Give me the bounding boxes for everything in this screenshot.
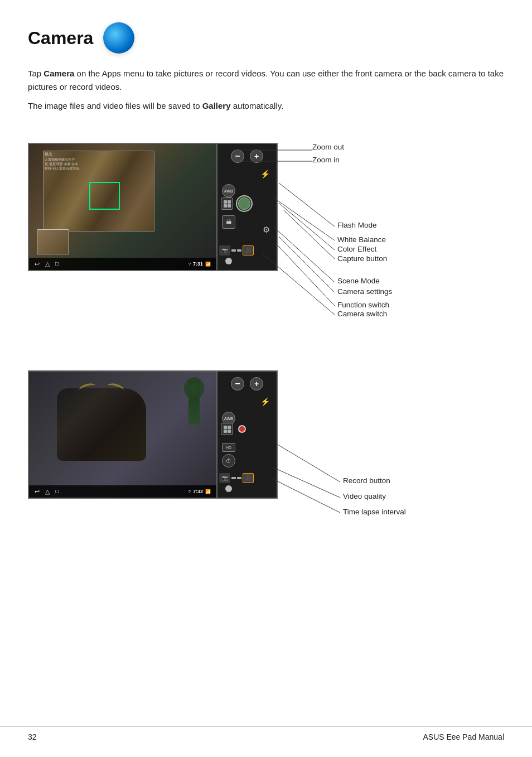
body-paragraph-2: The image files and video files will be … bbox=[28, 99, 504, 113]
time-lapse-icon[interactable]: ⏱ bbox=[222, 454, 235, 467]
camera-screenshot-1: 親念 人貴德幟擇藥品用户 見·過度·環普·刷新·去本 燈辨·到人眾益合環境高..… bbox=[28, 143, 217, 271]
svg-line-3 bbox=[273, 197, 335, 240]
fn-divider-1 bbox=[231, 249, 236, 252]
label-zoom-out: Zoom out bbox=[312, 143, 344, 151]
page-title: Camera bbox=[28, 28, 93, 49]
label-scene-mode: Scene Mode bbox=[337, 277, 380, 285]
diagram-1: 親念 人貴德幟擇藥品用户 見·過度·環普·刷新·去本 燈辨·到人眾益合環境高..… bbox=[28, 126, 507, 360]
svg-line-4 bbox=[279, 203, 335, 250]
svg-line-10 bbox=[278, 445, 340, 482]
page-number: 32 bbox=[28, 732, 37, 741]
fn-btn-active[interactable]: 🎥 bbox=[243, 245, 254, 255]
label-capture-button: Capture button bbox=[337, 254, 387, 263]
fn-divider-2 bbox=[237, 249, 241, 252]
label-camera-switch: Camera switch bbox=[337, 310, 387, 318]
zoom-out-button[interactable]: − bbox=[231, 150, 244, 163]
capture-button[interactable] bbox=[236, 195, 253, 212]
svg-line-6 bbox=[273, 226, 335, 282]
svg-line-7 bbox=[279, 237, 335, 292]
page-header: Camera bbox=[28, 22, 504, 54]
svg-line-12 bbox=[273, 479, 340, 513]
camera-switch-dot[interactable] bbox=[225, 258, 232, 264]
camera-time-1: 7:31 bbox=[193, 261, 203, 267]
svg-line-5 bbox=[283, 210, 335, 259]
diagram-2: ↩ △ □ ? 7:32 📶 − bbox=[28, 370, 507, 605]
brand-name: ASUS Eee Pad Manual bbox=[423, 732, 504, 741]
label-flash-mode: Flash Mode bbox=[337, 221, 377, 229]
label-function-switch: Function switch bbox=[337, 301, 389, 309]
fn-btn-1[interactable]: 📷 bbox=[219, 245, 230, 255]
camera-controls-panel-1: − + ⚡ AWB bbox=[217, 143, 278, 271]
body-paragraph-1: Tap Camera on the Apps menu to take pict… bbox=[28, 67, 504, 94]
label-color-effect: Color Effect bbox=[337, 245, 376, 253]
record-button[interactable] bbox=[238, 425, 246, 433]
flash-mode-icon[interactable]: ⚡ bbox=[260, 170, 270, 179]
label-record-button: Record button bbox=[343, 476, 390, 485]
camera-time-2: 7:32 bbox=[193, 489, 203, 494]
svg-line-8 bbox=[278, 245, 335, 306]
svg-line-11 bbox=[273, 467, 340, 498]
page-footer: 32 ASUS Eee Pad Manual bbox=[0, 726, 532, 741]
zoom-in-button[interactable]: + bbox=[250, 150, 263, 163]
camera-screenshot-2: ↩ △ □ ? 7:32 📶 bbox=[28, 370, 217, 499]
capture-grid-icon[interactable] bbox=[221, 197, 233, 210]
function-switch-row: 📷 🎥 bbox=[219, 245, 275, 255]
video-quality-icon[interactable]: HD bbox=[222, 443, 235, 452]
scene-mode-icon[interactable]: 🏔 bbox=[222, 215, 235, 229]
label-white-balance: White Balance bbox=[337, 235, 386, 244]
camera-settings-icon[interactable]: ⚙ bbox=[263, 225, 270, 235]
svg-line-2 bbox=[279, 183, 335, 226]
label-camera-settings: Camera settings bbox=[337, 287, 392, 296]
label-time-lapse-interval: Time lapse interval bbox=[343, 508, 406, 516]
label-video-quality: Video quality bbox=[343, 492, 386, 500]
label-zoom-in: Zoom in bbox=[312, 156, 340, 164]
camera-controls-panel-2: − + ⚡ AWB bbox=[217, 370, 278, 499]
camera-app-icon bbox=[103, 22, 134, 54]
